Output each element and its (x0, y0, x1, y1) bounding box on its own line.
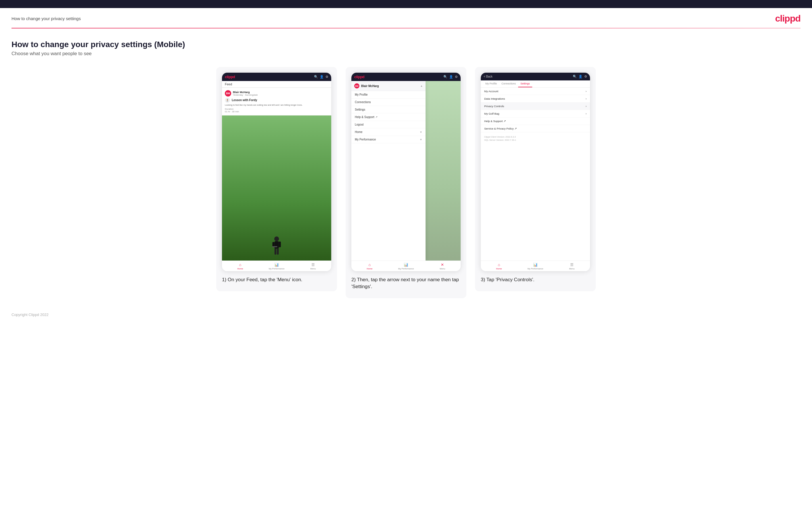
bottom-nav-performance-2[interactable]: 📊 My Performance (388, 263, 424, 270)
settings-my-account[interactable]: My Account › (481, 88, 590, 95)
feed-duration: Duration 01 hr : 30 min (225, 108, 328, 113)
step-card-2: clippd 🔍 👤 ⚙ BM (346, 67, 466, 298)
menu-icon-3: ☰ (570, 263, 574, 267)
performance-label-3: My Performance (527, 268, 543, 270)
feed-item: BM Blair McHarg Yesterday · Sunningdale … (222, 88, 331, 115)
feed-avatar: BM (225, 90, 231, 97)
tab-my-profile[interactable]: My Profile (483, 80, 499, 87)
bottom-nav-menu-3[interactable]: ☰ Menu (554, 263, 590, 270)
feed-lesson-desc: Looking to feel like my hands are exitin… (225, 104, 328, 107)
step1-caption: 1) On your Feed, tap the 'Menu' icon. (222, 276, 331, 283)
phone-mockup-1: clippd 🔍 👤 ⚙ Feed BM Blair (222, 73, 331, 271)
settings-help-support[interactable]: Help & Support ↗ (481, 117, 590, 125)
arrow-data-integrations: › (586, 97, 587, 100)
home-label-2: Home (367, 268, 372, 270)
top-bar (0, 0, 812, 8)
settings-icon-2[interactable]: ⚙ (455, 75, 458, 79)
settings-data-integrations[interactable]: Data Integrations › (481, 95, 590, 103)
menu-user-chevron[interactable]: ▲ (420, 84, 423, 87)
phone1-navbar: clippd 🔍 👤 ⚙ (222, 73, 331, 81)
feed-user-info: Blair McHarg Yesterday · Sunningdale (233, 91, 258, 96)
phone-mockup-2: clippd 🔍 👤 ⚙ BM (351, 73, 461, 271)
settings-service-privacy[interactable]: Service & Privacy Policy ↗ (481, 125, 590, 132)
page-subtitle: Choose what you want people to see (11, 51, 801, 57)
bottom-nav-menu-2[interactable]: ✕ Menu (424, 263, 461, 270)
search-icon-3[interactable]: 🔍 (573, 75, 577, 78)
home-icon-3: ⌂ (498, 263, 500, 267)
tab-settings[interactable]: Settings (518, 80, 532, 87)
profile-icon[interactable]: 👤 (320, 75, 324, 79)
home-label: Home (237, 268, 243, 270)
menu-logout[interactable]: Logout (351, 121, 425, 128)
svg-point-0 (274, 236, 279, 241)
performance-chevron: ▼ (419, 138, 422, 141)
menu-connections[interactable]: Connections (351, 99, 425, 106)
arrow-my-golf-bag: › (586, 112, 587, 115)
back-button[interactable]: < Back (484, 75, 493, 78)
performance-label: My Performance (268, 268, 285, 270)
phone1-nav-icons: 🔍 👤 ⚙ (314, 75, 328, 79)
feed-lesson-title: Lesson with Fordy (232, 99, 257, 102)
feed-user-name: Blair McHarg (233, 91, 258, 94)
svg-rect-1 (274, 241, 279, 249)
svg-rect-5 (277, 248, 278, 255)
settings-icon[interactable]: ⚙ (325, 75, 328, 79)
phone2-logo: clippd (354, 75, 364, 79)
menu-label-2: Menu (440, 268, 445, 270)
menu-label: Menu (310, 268, 316, 270)
menu-section-performance[interactable]: My Performance ▼ (351, 136, 425, 143)
settings-icon-3[interactable]: ⚙ (584, 75, 587, 78)
golfer-svg (269, 234, 285, 261)
menu-my-profile[interactable]: My Profile (351, 91, 425, 99)
settings-privacy-controls[interactable]: Privacy Controls › (481, 103, 590, 110)
phone2-nav-icons: 🔍 👤 ⚙ (443, 75, 458, 79)
footer: Copyright Clippd 2022 (0, 307, 812, 323)
profile-icon-2[interactable]: 👤 (449, 75, 453, 79)
phone3-nav-icons: 🔍 👤 ⚙ (573, 75, 587, 78)
menu-settings[interactable]: Settings (351, 106, 425, 113)
bottom-nav-home-2[interactable]: ⌂ Home (351, 263, 388, 270)
phone2-bottom-nav: ⌂ Home 📊 My Performance ✕ Menu (351, 261, 461, 271)
tab-connections[interactable]: Connections (499, 80, 518, 87)
bottom-nav-performance-3[interactable]: 📊 My Performance (517, 263, 554, 270)
settings-tabs: My Profile Connections Settings (481, 80, 590, 88)
main-content: How to change your privacy settings (Mob… (0, 29, 812, 307)
svg-rect-6 (272, 246, 277, 247)
home-chevron: ▼ (419, 131, 422, 133)
arrow-my-account: › (586, 90, 587, 93)
page-main-title: How to change your privacy settings (Mob… (11, 40, 801, 49)
menu-label-3: Menu (569, 268, 574, 270)
performance-icon: 📊 (274, 263, 279, 267)
copyright: Copyright Clippd 2022 (11, 313, 49, 317)
settings-my-golf-bag[interactable]: My Golf Bag › (481, 110, 590, 117)
bottom-nav-performance[interactable]: 📊 My Performance (258, 263, 295, 270)
svg-rect-4 (274, 248, 276, 255)
lesson-icon: 🏌 (225, 98, 230, 103)
settings-version: Clippd Client Version: 2022.8.3-3GQL Ser… (481, 132, 590, 145)
home-label-3: Home (496, 268, 502, 270)
bottom-nav-home[interactable]: ⌂ Home (222, 263, 258, 270)
menu-panel: BM Blair McHarg ▲ My Profile Connections… (351, 81, 425, 261)
search-icon[interactable]: 🔍 (314, 75, 318, 79)
step-card-1: clippd 🔍 👤 ⚙ Feed BM Blair (216, 67, 337, 291)
phone-mockup-3: < Back 🔍 👤 ⚙ My Profile Connections Sett… (481, 73, 590, 271)
phone2-overlay: BM Blair McHarg ▲ My Profile Connections… (351, 81, 461, 261)
profile-icon-3[interactable]: 👤 (578, 75, 582, 78)
phone1-bottom-nav: ⌂ Home 📊 My Performance ☰ Menu (222, 261, 331, 271)
bottom-nav-menu[interactable]: ☰ Menu (295, 263, 331, 270)
bottom-nav-home-3[interactable]: ⌂ Home (481, 263, 517, 270)
menu-help-support[interactable]: Help & Support ↗ (351, 113, 425, 121)
step3-caption: 3) Tap 'Privacy Controls'. (481, 276, 590, 283)
phone3-navbar: < Back 🔍 👤 ⚙ (481, 73, 590, 80)
menu-section-home[interactable]: Home ▼ (351, 128, 425, 136)
phone1-logo: clippd (225, 75, 235, 79)
feed-user-row: BM Blair McHarg Yesterday · Sunningdale (225, 90, 328, 97)
feed-tab[interactable]: Feed (222, 81, 331, 88)
arrow-privacy-controls: › (586, 105, 587, 108)
menu-icon: ☰ (311, 263, 315, 267)
help-link: Help & Support ↗ (355, 115, 422, 119)
step2-caption: 2) Then, tap the arrow next to your name… (351, 276, 461, 290)
steps-container: clippd 🔍 👤 ⚙ Feed BM Blair (11, 67, 801, 298)
settings-list: My Account › Data Integrations › Privacy… (481, 88, 590, 261)
search-icon-2[interactable]: 🔍 (443, 75, 447, 79)
